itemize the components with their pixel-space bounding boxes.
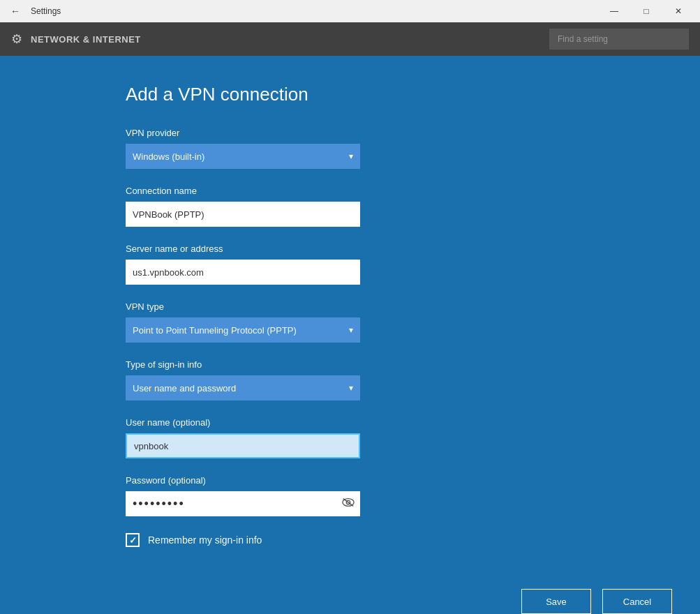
- find-setting-input[interactable]: [549, 29, 689, 50]
- checkmark-icon: ✓: [129, 535, 137, 546]
- dialog-area: Add a VPN connection VPN provider Window…: [0, 56, 700, 575]
- remember-checkbox-row: ✓ Remember my sign-in info: [126, 533, 574, 547]
- server-name-input[interactable]: [126, 260, 360, 285]
- window-controls: — □ ✕: [598, 0, 694, 22]
- signin-type-group: Type of sign-in info User name and passw…: [126, 359, 574, 400]
- vpn-type-label: VPN type: [126, 301, 574, 312]
- title-bar: ← Settings — □ ✕: [0, 0, 700, 22]
- main-content: Add a VPN connection VPN provider Window…: [0, 56, 700, 614]
- signin-type-label: Type of sign-in info: [126, 359, 574, 370]
- minimize-button[interactable]: —: [598, 0, 630, 22]
- connection-name-label: Connection name: [126, 186, 574, 196]
- username-group: User name (optional): [126, 417, 574, 458]
- vpn-type-group: VPN type Point to Point Tunneling Protoc…: [126, 301, 574, 343]
- remember-label: Remember my sign-in info: [148, 534, 262, 546]
- password-reveal-button[interactable]: [342, 496, 355, 511]
- signin-type-select-wrapper: User name and password ▾: [126, 375, 360, 400]
- back-icon: ←: [10, 6, 20, 17]
- button-row: Save Cancel: [0, 575, 700, 614]
- username-input[interactable]: [126, 433, 360, 458]
- server-name-group: Server name or address: [126, 244, 574, 285]
- eye-icon: [342, 496, 355, 509]
- vpn-provider-group: VPN provider Windows (built-in) ▾: [126, 128, 574, 169]
- vpn-type-select[interactable]: Point to Point Tunneling Protocol (PPTP): [126, 317, 360, 343]
- signin-type-select[interactable]: User name and password: [126, 375, 360, 400]
- vpn-provider-label: VPN provider: [126, 128, 574, 138]
- password-wrapper: [126, 491, 360, 516]
- vpn-provider-select[interactable]: Windows (built-in): [126, 144, 360, 169]
- remember-checkbox[interactable]: ✓: [126, 533, 140, 547]
- close-button[interactable]: ✕: [662, 0, 694, 22]
- password-input[interactable]: [126, 491, 360, 516]
- server-name-label: Server name or address: [126, 244, 574, 254]
- password-label: Password (optional): [126, 475, 574, 486]
- vpn-type-select-wrapper: Point to Point Tunneling Protocol (PPTP)…: [126, 317, 360, 343]
- app-title: NETWORK & INTERNET: [31, 34, 541, 45]
- connection-name-group: Connection name: [126, 186, 574, 227]
- back-button[interactable]: ←: [6, 1, 25, 21]
- vpn-provider-select-wrapper: Windows (built-in) ▾: [126, 144, 360, 169]
- connection-name-input[interactable]: [126, 202, 360, 227]
- maximize-button[interactable]: □: [630, 0, 662, 22]
- window-title: Settings: [31, 6, 593, 16]
- dialog-title: Add a VPN connection: [126, 84, 574, 105]
- password-group: Password (optional): [126, 475, 574, 516]
- cancel-button[interactable]: Cancel: [602, 589, 672, 614]
- username-label: User name (optional): [126, 417, 574, 428]
- save-button[interactable]: Save: [521, 589, 591, 614]
- app-header: ⚙ NETWORK & INTERNET: [0, 22, 700, 56]
- settings-icon: ⚙: [11, 31, 22, 47]
